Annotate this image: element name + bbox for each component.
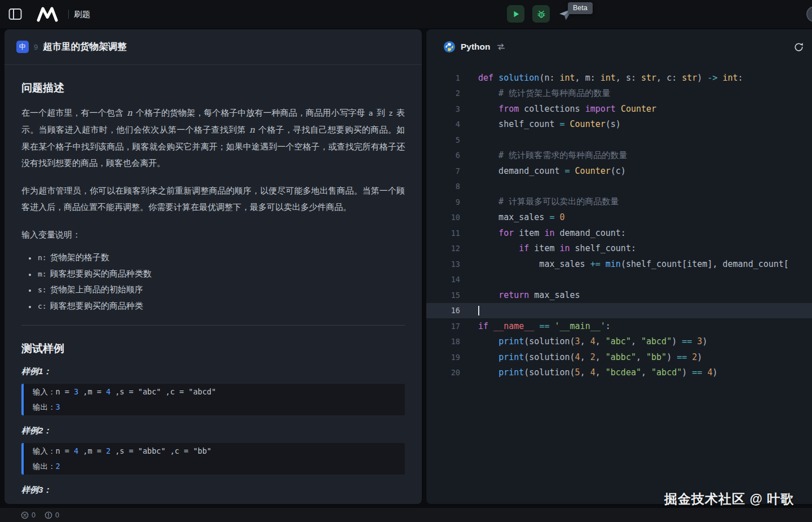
code-line[interactable]: 16 — [426, 303, 812, 319]
code-line[interactable]: 18 print(solution(3, 4, "abc", "abcd") =… — [426, 334, 812, 350]
example-block: 输入：n = 4 ,m = 2 ,s = "abbc" ,c = "bb"输出：… — [21, 443, 405, 475]
text-segment: 3 — [74, 387, 78, 396]
code-line[interactable]: 7 demand_count = Counter(c) — [426, 163, 812, 179]
warning-icon — [45, 511, 52, 519]
code-line[interactable]: 19 print(solution(4, 2, "abbc", "bb") ==… — [426, 349, 812, 365]
code-line[interactable]: 3 from collections import Counter — [426, 101, 812, 117]
text-segment: ,m = — [78, 387, 106, 396]
debug-button[interactable] — [532, 5, 550, 23]
text-segment: 个格子的货物架，每个格子中放有一种商品，商品用小写字母 — [134, 108, 368, 117]
code-line[interactable]: 10 max_sales = 0 — [426, 210, 812, 226]
line-number: 18 — [426, 337, 460, 346]
language-label: Python — [461, 42, 491, 52]
difficulty-badge: 中 — [16, 41, 29, 53]
text-segment: s: — [37, 286, 48, 294]
code-line[interactable]: 6 # 统计顾客需求的每种商品的数量 — [426, 148, 812, 164]
code-line[interactable]: 9 # 计算最多可以卖出的商品数量 — [426, 194, 812, 210]
warning-counter[interactable]: 0 — [45, 511, 59, 519]
example-row: 输入：n = 3 ,m = 4 ,s = "abc" ,c = "abcd" — [33, 384, 396, 400]
reset-code-button[interactable] — [793, 42, 804, 52]
text-segment: n — [248, 125, 256, 135]
marscode-logo-icon — [36, 6, 59, 22]
param-list: n: 货物架的格子数m: 顾客想要购买的商品种类数s: 货物架上商品的初始顺序c… — [21, 249, 405, 314]
code-line[interactable]: 11 for item in demand_count: — [426, 225, 812, 241]
text-segment: m: — [37, 270, 48, 278]
code-line[interactable]: 13 max_sales += min(shelf_count[item], d… — [426, 256, 812, 272]
examples: 样例1：输入：n = 3 ,m = 4 ,s = "abc" ,c = "abc… — [21, 366, 405, 475]
code-editor[interactable]: 1def solution(n: int, m: int, s: str, c:… — [426, 70, 812, 380]
line-number: 5 — [426, 135, 460, 144]
code-line[interactable]: 15 return max_sales — [426, 287, 812, 303]
line-number: 16 — [426, 306, 460, 315]
text-segment: 2 — [106, 446, 111, 455]
problem-number: 9 — [34, 43, 38, 51]
problem-paragraph: 作为超市管理员，你可以在顾客到来之前重新调整商品的顺序，以便尽可能多地出售商品。… — [21, 182, 405, 215]
example-row: 输出：3 — [33, 400, 396, 415]
line-number: 17 — [426, 322, 460, 331]
text-segment: 2 — [56, 462, 60, 471]
problem-content[interactable]: 问题描述 在一个超市里，有一个包含 n 个格子的货物架，每个格子中放有一种商品，… — [5, 81, 422, 495]
status-bar: 0 0 — [0, 508, 812, 522]
code-line[interactable]: 8 — [426, 179, 812, 195]
line-number: 4 — [426, 120, 460, 129]
language-switch-button[interactable] — [497, 43, 505, 50]
line-number: 7 — [426, 166, 460, 176]
run-button[interactable] — [507, 5, 524, 23]
beta-badge: Beta — [568, 2, 593, 14]
code-line[interactable]: 14 — [426, 272, 812, 288]
code-text: demand_count = Counter(c) — [478, 166, 626, 176]
app-title: 刷题 — [74, 9, 90, 20]
code-text — [478, 305, 479, 315]
code-text: # 统计货架上每种商品的数量 — [478, 88, 610, 99]
text-segment: a — [368, 109, 374, 117]
text-segment: 顾客想要购买的商品种类数 — [48, 269, 152, 278]
editor-panel: Python 1def solution(n: int, m: int, s: … — [426, 29, 812, 504]
swap-arrows-icon — [497, 43, 505, 50]
avatar[interactable] — [806, 6, 812, 22]
line-number: 9 — [426, 198, 460, 207]
code-line[interactable]: 17if __name__ == '__main__': — [426, 318, 812, 334]
line-number: 1 — [426, 73, 460, 82]
text-cursor — [478, 306, 479, 315]
sidebar-toggle-button[interactable] — [8, 7, 23, 22]
error-counter[interactable]: 0 — [21, 511, 36, 519]
code-line[interactable]: 12 if item in shelf_count: — [426, 241, 812, 257]
code-line[interactable]: 5 — [426, 132, 812, 148]
example-label: 样例1： — [21, 366, 405, 377]
code-line[interactable]: 20 print(solution(5, 4, "bcdea", "abcd")… — [426, 365, 812, 381]
text-segment: 顾客想要购买的商品种类 — [48, 301, 143, 310]
input-intro: 输入变量说明： — [21, 226, 405, 243]
code-text: # 计算最多可以卖出的商品数量 — [478, 196, 619, 207]
code-line[interactable]: 1def solution(n: int, m: int, s: str, c:… — [426, 70, 812, 86]
example-row: 输入：n = 4 ,m = 2 ,s = "abbc" ,c = "bb" — [33, 444, 396, 459]
bug-icon — [537, 10, 546, 19]
code-text: max_sales += min(shelf_count[item], dema… — [478, 259, 789, 269]
watermark: 掘金技术社区 @ 叶歌 — [664, 490, 794, 508]
line-number: 2 — [426, 89, 460, 98]
code-text: shelf_count = Counter(s) — [478, 119, 621, 129]
problem-paragraph: 在一个超市里，有一个包含 n 个格子的货物架，每个格子中放有一种商品，商品用小写… — [21, 104, 405, 171]
description-heading: 问题描述 — [21, 81, 405, 95]
python-icon — [443, 41, 456, 53]
code-text: print(solution(5, 4, "bcdea", "abcd") ==… — [478, 367, 717, 378]
code-text: # 统计顾客需求的每种商品的数量 — [478, 150, 627, 161]
line-number: 13 — [426, 260, 460, 269]
problem-title: 超市里的货物架调整 — [43, 41, 127, 53]
code-text: def solution(n: int, m: int, s: str, c: … — [478, 73, 743, 83]
text-segment: ,s = "abbc" ,c = "bb" — [111, 446, 211, 455]
param-item: s: 货物架上商品的初始顺序 — [37, 282, 405, 298]
code-line[interactable]: 2 # 统计货架上每种商品的数量 — [426, 86, 812, 102]
text-segment: 4 — [74, 446, 78, 455]
line-number: 15 — [426, 291, 460, 300]
code-text: if item in shelf_count: — [478, 243, 636, 253]
text-segment: 输入：n = — [33, 446, 74, 455]
app-logo[interactable] — [36, 6, 59, 22]
code-text: if __name__ == '__main__': — [478, 321, 611, 331]
text-segment: 作为超市管理员，你可以在顾客到来之前重新调整商品的顺序，以便尽可能多地出售商品。… — [21, 186, 405, 212]
line-number: 14 — [426, 275, 460, 284]
text-segment: n — [126, 108, 134, 118]
text-segment: z — [387, 109, 394, 117]
code-line[interactable]: 4 shelf_count = Counter(s) — [426, 117, 812, 133]
line-number: 11 — [426, 229, 460, 238]
text-segment: 输入：n = — [33, 387, 74, 396]
